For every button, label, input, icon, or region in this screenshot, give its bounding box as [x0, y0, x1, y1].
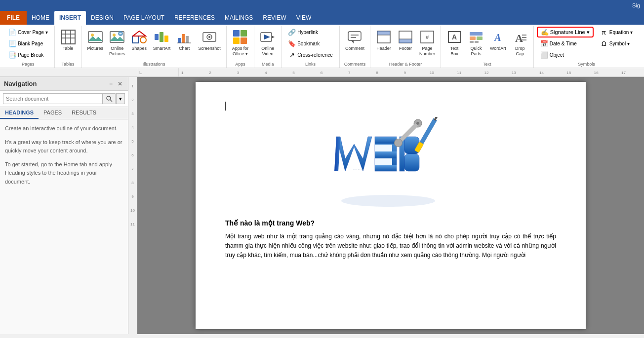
ribbon-group-tables: Table Tables — [55, 26, 82, 68]
menu-mailings[interactable]: MAILINGS — [220, 11, 258, 25]
ruler-side-left — [0, 68, 138, 76]
cross-reference-icon: ↗ — [288, 51, 296, 59]
vruler-11: 11 — [128, 217, 137, 231]
smartart-label: SmartArt — [153, 46, 171, 51]
search-input[interactable] — [3, 93, 103, 104]
ribbon-group-comments: Comment Comments — [340, 26, 370, 68]
symbols-label: Symbols — [578, 61, 595, 67]
header-footer-label: Header & Footer — [389, 61, 422, 67]
svg-rect-25 — [233, 38, 240, 44]
svg-text:7: 7 — [348, 71, 351, 75]
navigation-controls: − ✕ — [108, 80, 124, 87]
online-pictures-label: OnlinePictures — [109, 46, 125, 57]
search-dropdown-button[interactable]: ▾ — [116, 93, 125, 104]
online-pictures-button[interactable]: OnlinePictures — [107, 27, 128, 58]
table-button[interactable]: Table — [58, 27, 79, 53]
date-time-button[interactable]: 📅 Date & Time — [537, 38, 594, 49]
menu-file[interactable]: FILE — [0, 11, 27, 25]
page-break-button[interactable]: 📑 Page Break — [5, 49, 51, 60]
document-page[interactable]: WEB Thế nào là một trang Web? Một trang … — [196, 82, 586, 329]
ribbon-group-apps: Apps forOffice ▾ Apps — [227, 26, 255, 68]
apps-label: Apps — [235, 61, 245, 67]
links-label: Links — [305, 61, 316, 67]
navigation-pin-button[interactable]: − — [108, 80, 114, 87]
online-video-label: OnlineVideo — [261, 46, 274, 57]
symbols-col1: ✍ Signature Line ▾ 📅 Date & Time ⬜ Objec… — [537, 27, 594, 60]
comment-icon — [347, 29, 362, 45]
signature-line-button[interactable]: ✍ Signature Line ▾ — [537, 27, 594, 38]
text-box-button[interactable]: A TextBox — [444, 27, 465, 58]
hyperlink-button[interactable]: 🔗 Hyperlink — [284, 27, 336, 38]
tab-results[interactable]: RESULTS — [67, 107, 101, 119]
document-area[interactable]: WEB Thế nào là một trang Web? Một trang … — [137, 77, 644, 334]
pictures-button[interactable]: Pictures — [85, 27, 106, 53]
svg-text:A: A — [494, 32, 501, 43]
header-button[interactable]: Header — [373, 27, 394, 53]
chart-button[interactable]: Chart — [174, 27, 195, 53]
media-label: Media — [262, 61, 274, 67]
bookmark-button[interactable]: 🔖 Bookmark — [284, 38, 336, 49]
cover-page-icon: 📄 — [8, 28, 16, 36]
tables-items: Table — [58, 27, 79, 61]
menu-home[interactable]: HOME — [27, 11, 54, 25]
page-number-icon: # — [419, 29, 435, 45]
online-video-button[interactable]: OnlineVideo — [257, 27, 278, 58]
svg-text:1: 1 — [181, 71, 184, 75]
wordart-icon: A — [490, 29, 506, 45]
navigation-close-button[interactable]: ✕ — [116, 80, 124, 87]
svg-text:WEB: WEB — [353, 168, 364, 170]
menu-insert[interactable]: INSERT — [54, 11, 86, 25]
svg-text:10: 10 — [430, 71, 435, 75]
svg-rect-26 — [241, 38, 247, 44]
svg-rect-86 — [404, 154, 419, 171]
menu-review[interactable]: REVIEW — [258, 11, 291, 25]
drop-cap-button[interactable]: A DropCap — [510, 27, 530, 58]
svg-text:#: # — [426, 34, 429, 40]
quick-parts-button[interactable]: QuickParts — [466, 27, 486, 58]
table-label: Table — [63, 46, 74, 51]
svg-text:13: 13 — [512, 71, 517, 75]
svg-rect-0 — [61, 30, 75, 44]
shapes-button[interactable]: Shapes — [129, 27, 150, 53]
svg-rect-35 — [377, 31, 390, 35]
menu-design[interactable]: DESIGN — [86, 11, 119, 25]
object-button[interactable]: ⬜ Object — [537, 49, 594, 60]
blank-page-button[interactable]: 📃 Blank Page — [5, 38, 51, 49]
pictures-label: Pictures — [87, 46, 104, 51]
cross-reference-button[interactable]: ↗ Cross-reference — [284, 49, 336, 60]
smartart-icon — [154, 29, 169, 45]
symbol-button[interactable]: Ω Symbol ▾ — [597, 38, 636, 49]
tab-pages[interactable]: PAGES — [39, 107, 67, 119]
search-button[interactable] — [103, 93, 116, 104]
menu-bar: FILE HOME INSERT DESIGN PAGE LAYOUT REFE… — [0, 11, 644, 25]
title-text: Sig — [632, 2, 640, 8]
cover-page-button[interactable]: 📄 Cover Page ▾ — [5, 27, 51, 38]
bookmark-label: Bookmark — [297, 41, 320, 46]
vruler-10: 10 — [128, 203, 137, 217]
svg-marker-28 — [272, 36, 275, 38]
menu-view[interactable]: VIEW — [291, 11, 317, 25]
svg-point-11 — [140, 37, 146, 43]
svg-point-8 — [113, 34, 116, 37]
page-number-button[interactable]: # PageNumber — [417, 27, 438, 58]
footer-icon — [398, 29, 413, 45]
wordart-button[interactable]: A WordArt — [487, 27, 509, 53]
svg-rect-16 — [178, 38, 181, 43]
comments-items: Comment — [343, 27, 367, 61]
menu-page-layout[interactable]: PAGE LAYOUT — [119, 11, 169, 25]
footer-button[interactable]: Footer — [395, 27, 416, 53]
screenshot-button[interactable]: Screenshot — [196, 27, 223, 53]
online-video-icon — [260, 29, 276, 45]
equation-button[interactable]: π Equation ▾ — [597, 27, 636, 38]
apps-for-office-button[interactable]: Apps forOffice ▾ — [230, 27, 251, 58]
menu-references[interactable]: REFERENCES — [169, 11, 220, 25]
svg-text:3: 3 — [237, 71, 240, 75]
smartart-button[interactable]: SmartArt — [151, 27, 173, 53]
table-icon — [60, 29, 76, 45]
svg-marker-77 — [334, 137, 340, 171]
comment-button[interactable]: Comment — [343, 27, 367, 53]
tab-headings[interactable]: HEADINGS — [0, 107, 39, 119]
vertical-ruler: 1 2 3 4 5 6 7 8 9 10 11 — [128, 77, 137, 334]
wordart-label: WordArt — [490, 46, 506, 51]
header-label: Header — [376, 46, 391, 51]
